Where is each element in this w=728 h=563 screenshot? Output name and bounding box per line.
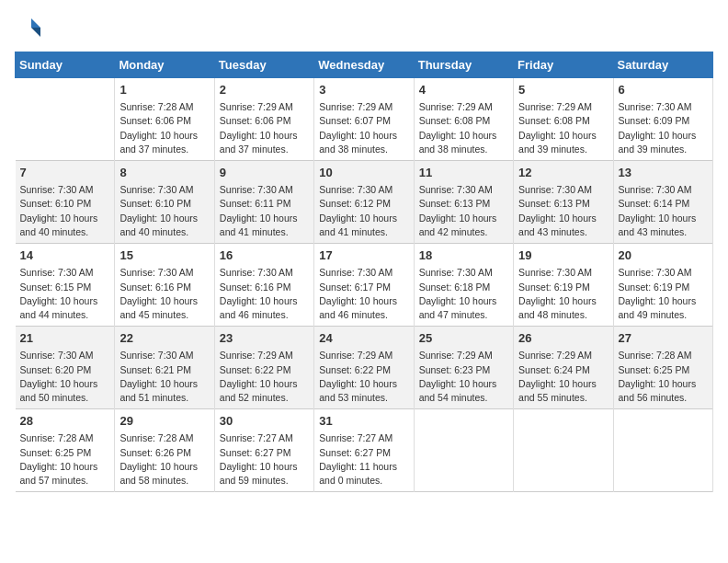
day-number: 20 — [619, 247, 708, 264]
day-number: 14 — [20, 247, 110, 264]
day-number: 31 — [319, 413, 408, 430]
calendar-cell: 18Sunrise: 7:30 AM Sunset: 6:18 PM Dayli… — [414, 244, 513, 327]
calendar-cell: 12Sunrise: 7:30 AM Sunset: 6:13 PM Dayli… — [514, 161, 613, 244]
day-info: Sunrise: 7:30 AM Sunset: 6:16 PM Dayligh… — [119, 266, 209, 322]
calendar-cell: 20Sunrise: 7:30 AM Sunset: 6:19 PM Dayli… — [613, 244, 712, 327]
day-number: 16 — [220, 247, 309, 264]
calendar-cell: 2Sunrise: 7:29 AM Sunset: 6:06 PM Daylig… — [214, 78, 313, 161]
calendar-week-row: 21Sunrise: 7:30 AM Sunset: 6:20 PM Dayli… — [16, 327, 713, 409]
day-info: Sunrise: 7:30 AM Sunset: 6:19 PM Dayligh… — [619, 266, 708, 322]
svg-marker-0 — [31, 18, 40, 28]
day-number: 10 — [319, 165, 408, 181]
day-number: 24 — [319, 330, 408, 347]
calendar-cell: 14Sunrise: 7:30 AM Sunset: 6:15 PM Dayli… — [16, 244, 115, 327]
day-number: 4 — [419, 82, 508, 98]
day-info: Sunrise: 7:30 AM Sunset: 6:12 PM Dayligh… — [319, 183, 408, 239]
day-info: Sunrise: 7:28 AM Sunset: 6:25 PM Dayligh… — [20, 431, 110, 488]
day-info: Sunrise: 7:29 AM Sunset: 6:24 PM Dayligh… — [518, 349, 608, 405]
header-cell-tuesday: Tuesday — [214, 52, 313, 78]
day-number: 15 — [119, 247, 209, 264]
calendar-cell — [414, 409, 513, 492]
day-info: Sunrise: 7:29 AM Sunset: 6:22 PM Dayligh… — [220, 349, 309, 405]
calendar-cell: 16Sunrise: 7:30 AM Sunset: 6:16 PM Dayli… — [214, 244, 313, 327]
day-number: 18 — [419, 247, 508, 264]
day-info: Sunrise: 7:30 AM Sunset: 6:20 PM Dayligh… — [20, 349, 110, 405]
day-info: Sunrise: 7:30 AM Sunset: 6:10 PM Dayligh… — [20, 183, 110, 239]
day-number: 9 — [220, 165, 309, 181]
calendar-cell — [514, 409, 613, 492]
day-number: 21 — [20, 330, 110, 347]
calendar-cell: 25Sunrise: 7:29 AM Sunset: 6:23 PM Dayli… — [414, 327, 513, 409]
calendar-cell: 22Sunrise: 7:30 AM Sunset: 6:21 PM Dayli… — [115, 327, 214, 409]
calendar-cell: 15Sunrise: 7:30 AM Sunset: 6:16 PM Dayli… — [115, 244, 214, 327]
calendar-cell: 21Sunrise: 7:30 AM Sunset: 6:20 PM Dayli… — [16, 327, 115, 409]
calendar-cell — [613, 409, 712, 492]
calendar-cell: 17Sunrise: 7:30 AM Sunset: 6:17 PM Dayli… — [314, 244, 414, 327]
logo — [15, 15, 42, 40]
calendar-cell: 29Sunrise: 7:28 AM Sunset: 6:26 PM Dayli… — [115, 409, 214, 492]
day-number: 30 — [220, 413, 309, 430]
day-number: 22 — [119, 330, 209, 347]
calendar-header-row: SundayMondayTuesdayWednesdayThursdayFrid… — [16, 52, 713, 78]
calendar-cell: 5Sunrise: 7:29 AM Sunset: 6:08 PM Daylig… — [514, 78, 613, 161]
day-info: Sunrise: 7:30 AM Sunset: 6:16 PM Dayligh… — [220, 266, 309, 322]
calendar-table: SundayMondayTuesdayWednesdayThursdayFrid… — [15, 52, 713, 492]
day-info: Sunrise: 7:29 AM Sunset: 6:08 PM Dayligh… — [518, 100, 608, 156]
day-info: Sunrise: 7:30 AM Sunset: 6:19 PM Dayligh… — [518, 266, 608, 322]
day-number: 23 — [220, 330, 309, 347]
day-number: 1 — [119, 82, 209, 98]
day-number: 26 — [518, 330, 608, 347]
calendar-week-row: 1Sunrise: 7:28 AM Sunset: 6:06 PM Daylig… — [16, 78, 713, 161]
calendar-week-row: 28Sunrise: 7:28 AM Sunset: 6:25 PM Dayli… — [16, 409, 713, 492]
day-number: 29 — [119, 413, 209, 430]
day-info: Sunrise: 7:29 AM Sunset: 6:06 PM Dayligh… — [220, 100, 309, 156]
calendar-cell: 24Sunrise: 7:29 AM Sunset: 6:22 PM Dayli… — [314, 327, 414, 409]
day-number: 28 — [20, 413, 110, 430]
header-cell-thursday: Thursday — [414, 52, 513, 78]
day-info: Sunrise: 7:30 AM Sunset: 6:10 PM Dayligh… — [119, 183, 209, 239]
day-info: Sunrise: 7:28 AM Sunset: 6:26 PM Dayligh… — [119, 431, 209, 488]
day-info: Sunrise: 7:30 AM Sunset: 6:15 PM Dayligh… — [20, 266, 110, 322]
calendar-week-row: 14Sunrise: 7:30 AM Sunset: 6:15 PM Dayli… — [16, 244, 713, 327]
day-info: Sunrise: 7:28 AM Sunset: 6:06 PM Dayligh… — [119, 100, 209, 156]
day-number: 3 — [319, 82, 408, 98]
calendar-cell: 10Sunrise: 7:30 AM Sunset: 6:12 PM Dayli… — [314, 161, 414, 244]
day-info: Sunrise: 7:30 AM Sunset: 6:11 PM Dayligh… — [220, 183, 309, 239]
calendar-cell: 11Sunrise: 7:30 AM Sunset: 6:13 PM Dayli… — [414, 161, 513, 244]
calendar-week-row: 7Sunrise: 7:30 AM Sunset: 6:10 PM Daylig… — [16, 161, 713, 244]
day-info: Sunrise: 7:29 AM Sunset: 6:22 PM Dayligh… — [319, 349, 408, 405]
calendar-cell: 13Sunrise: 7:30 AM Sunset: 6:14 PM Dayli… — [613, 161, 712, 244]
day-info: Sunrise: 7:30 AM Sunset: 6:21 PM Dayligh… — [119, 349, 209, 405]
day-info: Sunrise: 7:27 AM Sunset: 6:27 PM Dayligh… — [319, 431, 408, 488]
calendar-cell: 19Sunrise: 7:30 AM Sunset: 6:19 PM Dayli… — [514, 244, 613, 327]
calendar-cell: 3Sunrise: 7:29 AM Sunset: 6:07 PM Daylig… — [314, 78, 414, 161]
header-cell-sunday: Sunday — [16, 52, 115, 78]
calendar-cell: 27Sunrise: 7:28 AM Sunset: 6:25 PM Dayli… — [613, 327, 712, 409]
day-info: Sunrise: 7:30 AM Sunset: 6:18 PM Dayligh… — [419, 266, 508, 322]
header-cell-monday: Monday — [115, 52, 214, 78]
day-number: 7 — [20, 165, 110, 181]
logo-icon — [15, 15, 40, 40]
header-cell-friday: Friday — [514, 52, 613, 78]
calendar-cell: 6Sunrise: 7:30 AM Sunset: 6:09 PM Daylig… — [613, 78, 712, 161]
day-info: Sunrise: 7:30 AM Sunset: 6:13 PM Dayligh… — [419, 183, 508, 239]
calendar-cell: 8Sunrise: 7:30 AM Sunset: 6:10 PM Daylig… — [115, 161, 214, 244]
day-info: Sunrise: 7:30 AM Sunset: 6:09 PM Dayligh… — [619, 100, 708, 156]
header-cell-saturday: Saturday — [613, 52, 712, 78]
calendar-cell: 1Sunrise: 7:28 AM Sunset: 6:06 PM Daylig… — [115, 78, 214, 161]
day-number: 13 — [619, 165, 708, 181]
calendar-cell: 28Sunrise: 7:28 AM Sunset: 6:25 PM Dayli… — [16, 409, 115, 492]
day-info: Sunrise: 7:30 AM Sunset: 6:17 PM Dayligh… — [319, 266, 408, 322]
day-number: 2 — [220, 82, 309, 98]
day-number: 27 — [619, 330, 708, 347]
day-info: Sunrise: 7:30 AM Sunset: 6:13 PM Dayligh… — [518, 183, 608, 239]
day-number: 8 — [119, 165, 209, 181]
calendar-cell: 26Sunrise: 7:29 AM Sunset: 6:24 PM Dayli… — [514, 327, 613, 409]
page-header — [15, 15, 713, 40]
day-number: 5 — [518, 82, 608, 98]
svg-marker-1 — [31, 28, 40, 37]
day-info: Sunrise: 7:30 AM Sunset: 6:14 PM Dayligh… — [619, 183, 708, 239]
header-cell-wednesday: Wednesday — [314, 52, 414, 78]
calendar-cell: 31Sunrise: 7:27 AM Sunset: 6:27 PM Dayli… — [314, 409, 414, 492]
calendar-cell: 30Sunrise: 7:27 AM Sunset: 6:27 PM Dayli… — [214, 409, 313, 492]
